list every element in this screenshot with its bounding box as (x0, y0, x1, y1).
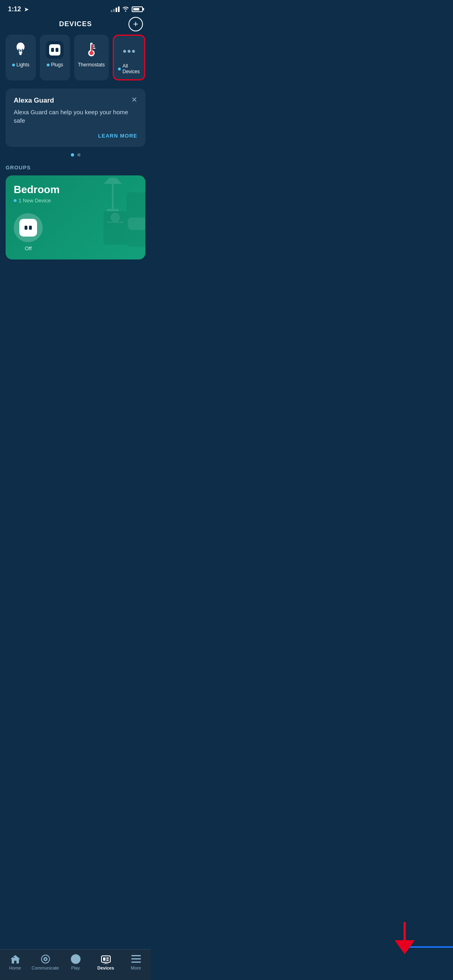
carousel-dot-2[interactable] (77, 153, 81, 156)
category-plugs[interactable]: Plugs (40, 35, 70, 80)
svg-rect-6 (22, 49, 23, 51)
location-icon: ➤ (24, 6, 29, 12)
carousel-dots (0, 153, 151, 156)
plug-icon (46, 41, 64, 59)
page-header: DEVICES + (0, 16, 151, 35)
category-thermostats[interactable]: Thermostats (74, 35, 109, 80)
status-icons (111, 6, 143, 13)
bedroom-card[interactable]: Bedroom 1 New Device Off (6, 175, 145, 259)
all-devices-label-row: All Devices (118, 63, 140, 79)
category-lights[interactable]: Lights (6, 35, 36, 80)
wifi-icon (122, 6, 129, 13)
thermostats-label: Thermostats (78, 62, 105, 68)
bedroom-status: 1 New Device (14, 198, 137, 204)
plug-icon-inner (19, 219, 37, 237)
svg-marker-15 (103, 178, 122, 184)
page-title: DEVICES (59, 20, 92, 28)
plugs-dot (47, 64, 50, 66)
lights-dot (12, 64, 15, 66)
all-devices-label: All Devices (122, 63, 140, 74)
svg-point-19 (111, 213, 120, 222)
svg-rect-4 (19, 49, 20, 51)
more-dots-icon (123, 42, 135, 60)
status-time: 1:12 (8, 6, 21, 12)
status-bar: 1:12 ➤ (0, 0, 151, 16)
lights-label-row: Lights (12, 62, 29, 72)
categories-grid: Lights Plugs (0, 35, 151, 87)
bedroom-device[interactable]: Off (14, 213, 43, 251)
category-all-devices[interactable]: All Devices (113, 35, 145, 80)
svg-rect-3 (20, 54, 22, 55)
status-left: 1:12 ➤ (8, 6, 29, 13)
bedroom-status-text: 1 New Device (19, 198, 51, 204)
light-bulb-icon (14, 41, 27, 59)
svg-rect-10 (91, 44, 93, 51)
bedroom-title: Bedroom (14, 183, 137, 196)
bedroom-status-dot (14, 199, 17, 202)
svg-point-9 (89, 51, 93, 55)
learn-more-button[interactable]: LEARN MORE (14, 133, 137, 139)
battery-icon (132, 6, 143, 12)
close-button[interactable]: ✕ (129, 95, 139, 105)
bedroom-plug-icon[interactable] (14, 213, 43, 242)
svg-rect-16 (107, 209, 118, 211)
all-devices-dot (118, 68, 121, 70)
plugs-label-row: Plugs (47, 62, 63, 72)
alexa-guard-card: ✕ Alexa Guard Alexa Guard can help you k… (6, 89, 145, 147)
thermostats-label-row: Thermostats (78, 62, 105, 72)
bedroom-device-label: Off (25, 245, 31, 251)
lights-label: Lights (17, 62, 29, 68)
svg-rect-21 (128, 218, 145, 230)
svg-rect-5 (20, 49, 21, 51)
thermometer-icon (85, 41, 98, 59)
alexa-guard-description: Alexa Guard can help you keep your home … (14, 108, 137, 125)
svg-rect-2 (19, 53, 22, 54)
signal-icon (111, 6, 120, 12)
alexa-guard-title: Alexa Guard (14, 97, 137, 105)
groups-label: GROUPS (0, 165, 151, 175)
carousel-dot-1[interactable] (71, 153, 74, 156)
add-button[interactable]: + (128, 17, 143, 31)
plugs-label: Plugs (51, 62, 63, 68)
